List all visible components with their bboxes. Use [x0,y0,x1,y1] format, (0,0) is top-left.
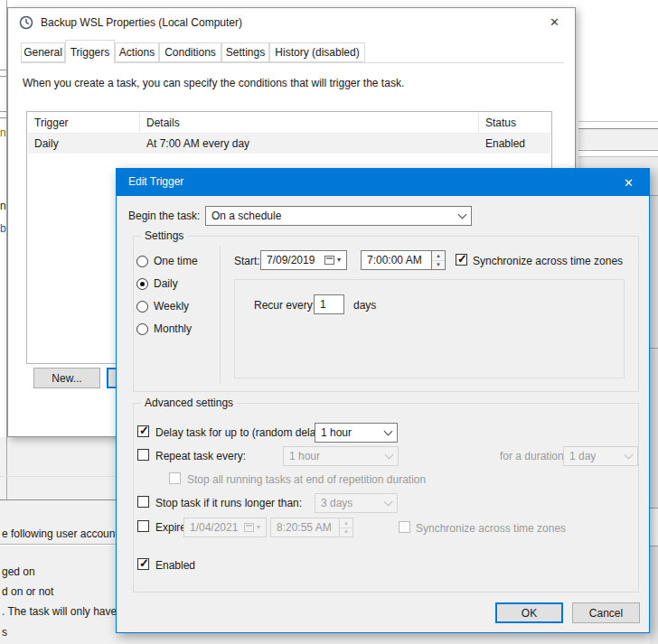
background-text-fragment: d on or not [2,585,53,598]
tab-conditions[interactable]: Conditions [159,42,221,62]
calendar-icon [324,256,334,265]
spinner-buttons[interactable] [431,251,445,269]
begin-task-select[interactable]: On a schedule [205,206,472,226]
close-icon: ✕ [550,15,559,29]
radio-weekly[interactable] [136,301,148,313]
edit-trigger-close-button[interactable]: ✕ [608,169,649,196]
spin-down-icon[interactable] [432,261,445,270]
repeat-task-checkbox[interactable] [137,449,149,461]
background-line [0,476,116,477]
background-band [578,129,658,149]
background-band [578,157,658,168]
background-line [650,195,658,196]
background-text-fragment: s [2,626,7,639]
tab-label: Triggers [70,46,110,59]
background-line [0,70,6,70]
expire-sync-checkbox [399,521,410,533]
screen: n n b e following user account ged on d … [0,0,658,644]
edit-trigger-dialog: Edit Trigger ✕ Begin the task: On a sche… [116,168,650,633]
radio-monthly[interactable] [136,323,148,335]
repeat-task-label[interactable]: Repeat task every: [155,450,246,462]
background-right-strip [650,168,658,644]
column-header-trigger[interactable]: Trigger [27,112,139,133]
tab-actions[interactable]: Actions [115,42,159,62]
background-line [0,76,6,77]
column-separator [139,113,140,132]
delay-task-select[interactable]: 1 hour [315,423,398,443]
radio-daily[interactable] [136,278,148,290]
ok-button-label: OK [522,607,537,620]
start-time-value: 7:00:00 AM [367,254,422,266]
calendar-icon [244,523,254,532]
sync-timezones-label[interactable]: Synchronize across time zones [473,255,623,267]
column-label: Status [485,117,516,129]
chevron-down-icon [384,497,393,506]
radio-weekly-label[interactable]: Weekly [154,300,189,313]
spinner-buttons [339,518,352,537]
ok-button[interactable]: OK [495,602,563,623]
tab-settings[interactable]: Settings [221,42,269,62]
delay-task-checkbox[interactable] [137,425,149,437]
radio-one-time[interactable] [136,256,148,267]
background-line [650,546,658,546]
background-line [0,117,6,118]
enabled-checkbox[interactable] [137,558,149,570]
new-button[interactable]: New... [33,368,100,388]
stop-task-value: 3 days [321,497,352,509]
expire-date-value: 1/04/2021 [190,521,238,534]
properties-titlebar: Backup WSL Properties (Local Computer) ✕ [8,8,575,37]
recur-every-input[interactable]: 1 [314,294,344,314]
delay-task-value: 1 hour [321,426,352,439]
tab-general[interactable]: General [21,42,65,62]
background-band [650,509,658,546]
new-button-label: New... [52,372,81,385]
background-text-fragment: b [0,222,6,235]
background-line [0,111,6,112]
radio-one-time-label[interactable]: One time [154,255,198,267]
stop-task-checkbox[interactable] [137,496,149,508]
start-date-picker[interactable]: 7/09/2019 [260,250,347,270]
tab-label: History (disabled) [275,46,359,59]
delay-task-label[interactable]: Delay task for up to (random delay): [155,426,328,439]
radio-monthly-label[interactable]: Monthly [154,322,192,335]
stop-all-tasks-label: Stop all running tasks at end of repetit… [187,473,426,486]
settings-divider [220,247,221,384]
background-line [650,508,658,509]
spin-down-icon [340,528,352,537]
spin-up-icon [340,518,352,528]
tab-label: Settings [226,46,265,59]
column-header-status[interactable]: Status [478,112,552,133]
expire-checkbox[interactable] [137,520,149,532]
stop-task-select: 3 days [315,493,398,513]
stop-task-label[interactable]: Stop task if it runs longer than: [155,497,302,509]
repeat-task-value: 1 hour [289,450,320,462]
table-row[interactable]: Daily At 7:00 AM every day Enabled [28,134,550,154]
stop-all-tasks-checkbox [169,472,181,484]
background-text-fragment: n [0,126,6,139]
edit-trigger-title: Edit Trigger [128,175,183,188]
background-line [0,499,116,500]
sync-timezones-checkbox[interactable] [456,254,467,266]
column-label: Trigger [34,117,69,129]
background-line [578,121,658,122]
cancel-button[interactable]: Cancel [572,602,640,623]
properties-title: Backup WSL Properties (Local Computer) [41,16,242,29]
background-line [650,348,658,349]
radio-daily-label[interactable]: Daily [154,277,178,290]
expire-sync-label: Synchronize across time zones [416,522,566,535]
start-time-spinner[interactable]: 7:00:00 AM [361,250,446,270]
enabled-label[interactable]: Enabled [155,559,195,572]
background-text-fragment: e following user account [2,527,118,540]
tab-history[interactable]: History (disabled) [269,42,365,62]
advanced-settings-label: Advanced settings [141,397,237,409]
tab-triggers[interactable]: Triggers [65,40,115,63]
spin-up-icon[interactable] [432,251,445,261]
chevron-down-icon [625,450,634,459]
start-date-value: 7/09/2019 [267,254,315,266]
background-text-fragment: n [0,200,6,212]
settings-group-label: Settings [141,229,187,242]
properties-close-button[interactable]: ✕ [534,8,575,36]
recur-every-value: 1 [320,298,326,311]
triggers-description: When you create a task, you can specify … [23,77,404,89]
column-header-details[interactable]: Details [139,112,478,133]
